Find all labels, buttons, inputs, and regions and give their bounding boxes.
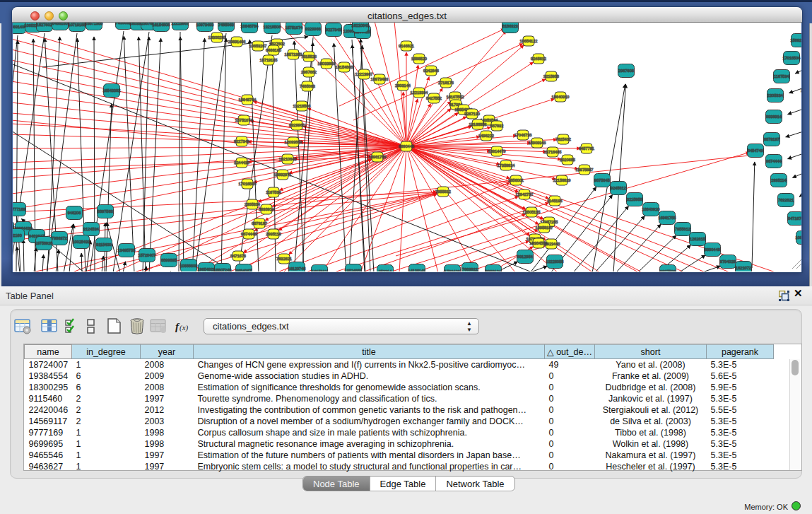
svg-text:6897568: 6897568	[98, 209, 113, 214]
svg-text:18807249: 18807249	[214, 268, 232, 271]
svg-text:8912954: 8912954	[517, 255, 533, 259]
svg-text:8990448: 8990448	[705, 247, 720, 252]
svg-text:16154808: 16154808	[153, 23, 170, 27]
svg-text:15909348: 15909348	[529, 141, 546, 145]
svg-text:10025433: 10025433	[73, 240, 90, 244]
svg-text:18300295: 18300295	[208, 35, 226, 40]
svg-text:3215958: 3215958	[627, 197, 642, 201]
svg-text:9242848: 9242848	[423, 69, 439, 73]
svg-text:10719185: 10719185	[260, 58, 278, 62]
svg-text:1244415: 1244415	[234, 160, 249, 165]
svg-text:6879197: 6879197	[252, 221, 267, 226]
svg-text:10653267: 10653267	[249, 44, 267, 48]
svg-text:15720407: 15720407	[139, 253, 156, 257]
svg-text:13524851: 13524851	[345, 269, 363, 271]
svg-text:1262615: 1262615	[801, 88, 801, 93]
svg-text:10654122: 10654122	[796, 235, 801, 240]
svg-text:887832: 887832	[490, 124, 504, 128]
svg-text:8990448: 8990448	[399, 144, 414, 148]
svg-text:6879197: 6879197	[764, 137, 779, 141]
svg-text:19654923: 19654923	[198, 267, 216, 271]
svg-text:9115400: 9115400	[96, 243, 111, 247]
svg-text:13218506: 13218506	[264, 25, 281, 29]
svg-text:9245612: 9245612	[531, 57, 546, 61]
svg-text:1167534: 1167534	[774, 74, 789, 78]
svg-text:12156829: 12156829	[553, 178, 571, 182]
svg-text:946206: 946206	[68, 211, 81, 215]
svg-text:15751074: 15751074	[235, 118, 253, 122]
svg-text:1856001: 1856001	[508, 178, 524, 182]
svg-text:8186323: 8186323	[502, 24, 518, 28]
svg-text:1527602: 1527602	[37, 23, 52, 27]
svg-text:13495758: 13495758	[118, 248, 136, 252]
svg-text:1733426: 1733426	[445, 269, 460, 271]
svg-text:9777169: 9777169	[13, 207, 25, 211]
svg-text:6466160: 6466160	[266, 48, 281, 52]
svg-text:8938914: 8938914	[766, 115, 782, 119]
svg-text:17359924: 17359924	[498, 163, 515, 168]
svg-text:2803144: 2803144	[395, 83, 411, 88]
svg-text:16571355: 16571355	[86, 23, 103, 25]
svg-text:3267130: 3267130	[464, 112, 480, 116]
svg-text:9146821: 9146821	[399, 44, 414, 48]
svg-text:12942737: 12942737	[516, 192, 534, 197]
svg-text:1167534: 1167534	[266, 190, 281, 194]
svg-text:252214: 252214	[379, 269, 392, 271]
svg-text:7663822: 7663822	[462, 267, 478, 271]
svg-text:16107552: 16107552	[447, 95, 464, 99]
svg-text:8938914: 8938914	[259, 207, 274, 211]
svg-text:12213967: 12213967	[355, 72, 373, 76]
svg-text:2967608: 2967608	[618, 69, 634, 73]
svg-text:9457791: 9457791	[579, 146, 594, 151]
svg-text:18640910: 18640910	[552, 95, 570, 99]
svg-text:8471676: 8471676	[788, 216, 801, 221]
svg-text:16154808: 16154808	[336, 65, 353, 69]
svg-text:10719185: 10719185	[69, 23, 86, 27]
svg-text:9875645: 9875645	[594, 178, 610, 182]
svg-text:8471676: 8471676	[230, 254, 246, 258]
svg-text:7632621: 7632621	[276, 257, 292, 261]
svg-text:2987682: 2987682	[301, 70, 317, 74]
svg-text:6899695: 6899695	[161, 258, 177, 262]
svg-text:1615112: 1615112	[312, 269, 326, 271]
svg-text:15692971: 15692971	[791, 38, 801, 42]
svg-text:17016504: 17016504	[239, 182, 257, 186]
svg-text:13716485: 13716485	[544, 150, 562, 154]
svg-text:16914479: 16914479	[488, 149, 506, 153]
svg-text:18640910: 18640910	[642, 207, 660, 211]
svg-text:2935114: 2935114	[266, 232, 281, 236]
svg-text:19166852: 19166852	[469, 122, 487, 127]
svg-text:16120746: 16120746	[288, 267, 306, 271]
svg-text:13218506: 13218506	[293, 104, 311, 108]
svg-text:15692971: 15692971	[274, 173, 292, 177]
svg-text:7986372: 7986372	[52, 236, 67, 240]
svg-text:16210643: 16210643	[352, 23, 370, 28]
svg-text:20691406: 20691406	[228, 40, 246, 44]
svg-text:9684067: 9684067	[236, 269, 252, 271]
svg-text:3215958: 3215958	[543, 74, 559, 78]
svg-text:9329966: 9329966	[305, 27, 321, 31]
svg-text:9674444: 9674444	[241, 232, 257, 236]
svg-text:2020655: 2020655	[560, 158, 575, 162]
svg-text:2935114: 2935114	[771, 178, 786, 182]
svg-text:9674444: 9674444	[766, 159, 782, 163]
svg-text:1621072: 1621072	[736, 266, 751, 270]
svg-text:1498222: 1498222	[478, 134, 494, 138]
svg-text:7515526: 7515526	[301, 54, 317, 59]
svg-text:19384554: 19384554	[530, 241, 548, 245]
svg-text:10688609: 10688609	[180, 264, 198, 268]
svg-text:9245612: 9245612	[611, 186, 626, 190]
svg-text:16543382: 16543382	[103, 88, 121, 93]
svg-text:12093853: 12093853	[285, 140, 302, 144]
svg-text:10973493: 10973493	[196, 23, 214, 27]
svg-text:7485063: 7485063	[300, 84, 315, 88]
svg-text:6466160: 6466160	[52, 23, 68, 25]
svg-text:7632621: 7632621	[778, 198, 794, 202]
svg-text:7485063: 7485063	[218, 23, 234, 27]
svg-text:16961758: 16961758	[369, 155, 387, 159]
svg-text:9227343: 9227343	[326, 28, 341, 32]
svg-text:12213394: 12213394	[411, 90, 428, 95]
svg-text:8427552: 8427552	[426, 96, 442, 100]
svg-text:1145194: 1145194	[547, 199, 562, 203]
svg-text:13975887: 13975887	[576, 168, 594, 172]
